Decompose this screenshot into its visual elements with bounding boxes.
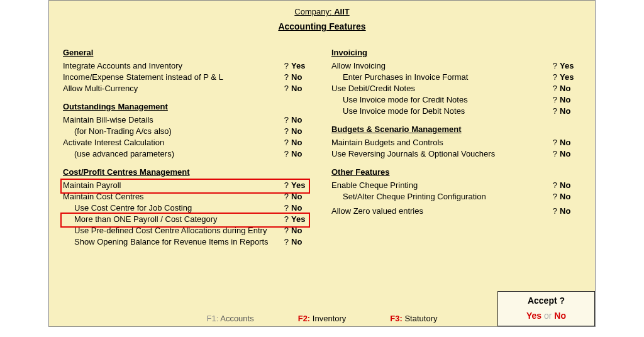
- value-cheque-cfg[interactable]: No: [560, 192, 581, 201]
- features-window: Company: AIIT Accounting Features Genera…: [48, 0, 596, 327]
- accept-panel: Accept ? Yes or No: [497, 291, 595, 326]
- label-cheque: Enable Cheque Printing: [331, 180, 551, 190]
- heading-cost: Cost/Profit Centres Management: [63, 167, 313, 177]
- value-reversing[interactable]: No: [560, 149, 581, 158]
- label-more-than-one: More than ONE Payroll / Cost Category: [63, 214, 282, 224]
- value-maintain-budgets[interactable]: No: [560, 138, 581, 147]
- footer-f2[interactable]: F2: Inventory: [298, 314, 347, 323]
- value-credit-mode[interactable]: No: [560, 95, 581, 104]
- footer-f1[interactable]: F1: Accounts: [207, 314, 254, 323]
- label-job-costing: Use Cost Centre for Job Costing: [63, 203, 282, 213]
- value-purchases[interactable]: Yes: [560, 72, 581, 82]
- value-allow-invoicing[interactable]: Yes: [560, 61, 581, 70]
- label-multi-currency: Allow Multi-Currency: [63, 84, 282, 93]
- heading-general: General: [63, 48, 313, 57]
- value-multi-currency[interactable]: No: [291, 84, 313, 93]
- label-debit-mode: Use Invoice mode for Debit Notes: [331, 106, 551, 116]
- heading-invoicing: Invoicing: [331, 48, 581, 57]
- label-cost-centres: Maintain Cost Centres: [63, 192, 282, 201]
- label-maintain-budgets: Maintain Budgets and Controls: [331, 138, 551, 147]
- label-billwise-sub: (for Non-Trading A/cs also): [63, 126, 282, 136]
- label-interest: Activate Interest Calculation: [63, 138, 282, 147]
- value-interest[interactable]: No: [291, 138, 313, 147]
- value-payroll[interactable]: Yes: [291, 180, 313, 190]
- value-more-than-one[interactable]: Yes: [291, 214, 313, 224]
- value-opening-bal[interactable]: No: [291, 237, 313, 246]
- header: Company: AIIT Accounting Features: [63, 7, 581, 31]
- value-job-costing[interactable]: No: [291, 203, 313, 213]
- accept-or: or: [544, 311, 552, 321]
- heading-budgets: Budgets & Scenario Management: [331, 124, 581, 134]
- value-cheque[interactable]: No: [560, 180, 581, 190]
- value-dc-notes[interactable]: No: [560, 84, 581, 93]
- left-column: General Integrate Accounts and Inventory…: [63, 39, 313, 248]
- value-income-expense[interactable]: No: [291, 72, 313, 82]
- label-billwise: Maintain Bill-wise Details: [63, 115, 282, 124]
- label-purchases: Enter Purchases in Invoice Format: [331, 72, 551, 82]
- label-credit-mode: Use Invoice mode for Credit Notes: [331, 95, 551, 104]
- footer-f3[interactable]: F3: Statutory: [390, 314, 437, 323]
- label-zero: Allow Zero valued entries: [331, 206, 551, 216]
- value-debit-mode[interactable]: No: [560, 106, 581, 116]
- value-predefined[interactable]: No: [291, 226, 313, 235]
- label-interest-sub: (use advanced parameters): [63, 149, 282, 158]
- heading-outstandings: Outstandings Management: [63, 102, 313, 111]
- company-name: AIIT: [334, 7, 350, 16]
- value-cost-centres[interactable]: No: [291, 192, 313, 201]
- value-billwise[interactable]: No: [291, 115, 313, 124]
- accept-yes-button[interactable]: Yes: [526, 311, 541, 321]
- value-integrate[interactable]: Yes: [291, 61, 313, 70]
- label-cheque-cfg: Set/Alter Cheque Printing Configuration: [331, 192, 551, 201]
- right-column: Invoicing Allow Invoicing?Yes Enter Purc…: [331, 39, 581, 248]
- label-reversing: Use Reversing Journals & Optional Vouche…: [331, 149, 551, 158]
- label-dc-notes: Use Debit/Credit Notes: [331, 84, 551, 93]
- label-allow-invoicing: Allow Invoicing: [331, 61, 551, 70]
- label-predefined: Use Pre-defined Cost Centre Allocations …: [63, 226, 282, 235]
- heading-other: Other Features: [331, 167, 581, 177]
- accept-question: Accept ?: [498, 296, 594, 306]
- page-title: Accounting Features: [63, 21, 581, 31]
- value-interest-sub[interactable]: No: [291, 149, 313, 158]
- label-opening-bal: Show Opening Balance for Revenue Items i…: [63, 237, 282, 246]
- label-income-expense: Income/Expense Statement instead of P & …: [63, 72, 282, 82]
- value-zero[interactable]: No: [560, 206, 581, 216]
- accept-no-button[interactable]: No: [554, 311, 566, 321]
- label-integrate: Integrate Accounts and Inventory: [63, 61, 282, 70]
- label-payroll: Maintain Payroll: [63, 180, 282, 190]
- company-prefix: Company:: [294, 7, 331, 16]
- value-billwise-sub[interactable]: No: [291, 126, 313, 136]
